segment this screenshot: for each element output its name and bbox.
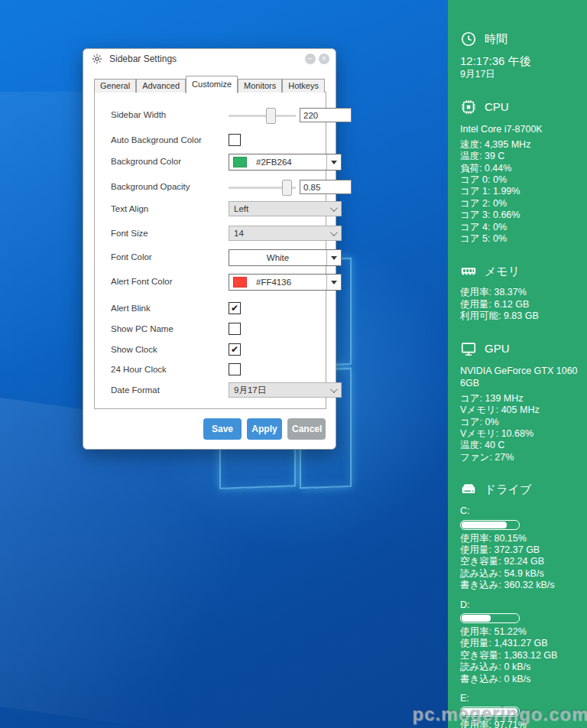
field-background-color: Background Color #2FB264 [111, 154, 409, 171]
cancel-button[interactable]: Cancel [287, 418, 326, 440]
selected-value: 9月17日 [229, 385, 266, 396]
current-time: 12:17:36 午後 [460, 55, 581, 67]
tab[interactable]: Monitors [238, 79, 282, 93]
dialog-title: Sidebar Settings [109, 54, 177, 64]
alert-font-color-select[interactable]: #FF4136 [229, 274, 342, 291]
watermark: pc.mogeringo.com [412, 704, 587, 725]
time-section-title: 時間 [485, 33, 508, 44]
selected-value: #FF4136 [251, 278, 291, 287]
stat-line: コア 4: 0% [460, 222, 581, 233]
field-show-pc-name: Show PC Name [111, 321, 409, 338]
sidebar-width-input[interactable] [300, 108, 352, 122]
show-pc-name-checkbox[interactable] [229, 323, 241, 335]
field-alert-font-color: Alert Font Color #FF4136 [111, 274, 409, 291]
stat-line: 温度: 40 C [460, 440, 581, 451]
field-text-align: Text Align Left [111, 201, 409, 218]
stat-line: 使用率: 51.22% [460, 626, 581, 638]
stat-line: 負荷: 0.44% [460, 163, 581, 174]
drives-section-title: ドライブ [485, 483, 531, 495]
slider-thumb[interactable] [266, 108, 276, 124]
24-hour-clock-checkbox[interactable] [229, 363, 241, 375]
save-button[interactable]: Save [203, 418, 242, 440]
show-clock-checkbox[interactable]: ✔ [229, 343, 241, 356]
selected-value: 14 [229, 229, 244, 238]
stat-line: 書き込み: 360.32 kB/s [460, 580, 581, 591]
field-label: Background Opacity [111, 182, 190, 191]
drive-item: C: 使用率: 80.15%使用量: 372.37 GB空き容量: 92.24 … [460, 505, 581, 591]
close-button[interactable]: × [319, 54, 329, 64]
chevron-down-icon[interactable] [326, 154, 341, 170]
alert-blink-checkbox[interactable]: ✔ [229, 302, 241, 314]
field-label: 24 Hour Clock [111, 365, 167, 374]
drive-letter: C: [460, 505, 581, 517]
font-color-select[interactable]: White [229, 249, 342, 266]
field-label: Text Align [111, 204, 148, 213]
current-date: 9月17日 [460, 69, 581, 80]
text-align-select[interactable]: Left [229, 201, 342, 216]
field-auto-background-color: Auto Background Color [111, 132, 409, 149]
stat-line: 読み込み: 54.9 kB/s [460, 568, 581, 580]
tab-bar: GeneralAdvancedCustomizeMonitorsHotkeys [94, 78, 325, 93]
gear-icon [91, 53, 103, 65]
apply-button[interactable]: Apply [247, 418, 282, 440]
stat-line: コア 2: 0% [460, 198, 581, 210]
selected-value: #2FB264 [251, 158, 292, 167]
color-swatch [233, 277, 247, 288]
selected-value: White [229, 253, 326, 262]
field-font-size: Font Size 14 [111, 226, 409, 242]
dialog-titlebar[interactable]: Sidebar Settings − × [83, 49, 336, 69]
font-size-select[interactable]: 14 [229, 226, 342, 241]
tab[interactable]: Customize [186, 76, 238, 93]
field-label: Alert Blink [111, 304, 151, 313]
tab[interactable]: Hotkeys [282, 79, 325, 93]
stat-line: 利用可能: 9.83 GB [460, 310, 581, 322]
stat-line: 空き容量: 1,363.12 GB [460, 650, 581, 661]
drive-usage-fill [462, 615, 491, 622]
background-opacity-slider[interactable] [229, 179, 296, 196]
stat-line: 使用量: 6.12 GB [460, 299, 581, 310]
field-label: Font Size [111, 229, 148, 238]
stat-line: 使用量: 372.37 GB [460, 544, 581, 556]
minimize-button[interactable]: − [305, 54, 316, 64]
drive-item: D: 使用率: 51.22%使用量: 1,431.27 GB空き容量: 1,36… [460, 600, 581, 685]
drive-usage-bar [460, 613, 520, 623]
sidebar-settings-dialog: Sidebar Settings − × GeneralAdvancedCust… [83, 48, 336, 450]
tab[interactable]: General [94, 79, 136, 93]
field-background-opacity: Background Opacity [111, 179, 409, 196]
field-date-format: Date Format 9月17日 [111, 382, 409, 399]
stat-line: 温度: 39 C [460, 151, 581, 162]
field-alert-blink: Alert Blink ✔ [111, 301, 409, 317]
system-monitor-sidebar: 時間 12:17:36 午後 9月17日 CPU Intel Core i7-8… [448, 0, 587, 728]
sidebar-width-slider[interactable] [229, 107, 296, 124]
drive-usage-fill [462, 522, 507, 528]
time-section: 時間 12:17:36 午後 9月17日 [460, 31, 581, 81]
gpu-section: GPU NVIDIA GeForce GTX 1060 6GB コア: 139 … [460, 340, 581, 463]
stat-line: 使用量: 1,431.27 GB [460, 638, 581, 649]
field-label: Date Format [111, 385, 160, 395]
field-24-hour-clock: 24 Hour Clock [111, 362, 409, 379]
date-format-select[interactable]: 9月17日 [229, 382, 342, 398]
chevron-down-icon[interactable] [326, 250, 341, 265]
stat-line: 読み込み: 0 kB/s [460, 661, 581, 673]
gpu-name: NVIDIA GeForce GTX 1060 6GB [460, 365, 581, 389]
stat-line: コア: 139 MHz [460, 393, 581, 405]
memory-section: メモリ 使用率: 38.37%使用量: 6.12 GB利用可能: 9.83 GB [460, 262, 581, 322]
chevron-down-icon [330, 204, 338, 212]
cpu-section-title: CPU [485, 101, 509, 112]
field-show-clock: Show Clock ✔ [111, 342, 409, 359]
field-label: Background Color [111, 157, 181, 166]
field-font-color: Font Color White [111, 249, 409, 266]
background-color-select[interactable]: #2FB264 [229, 154, 342, 171]
dialog-button-row: Save Apply Cancel [83, 418, 336, 440]
background-opacity-input[interactable] [300, 180, 352, 194]
stat-line: コア 3: 0.66% [460, 210, 581, 221]
chevron-down-icon[interactable] [326, 275, 341, 290]
memory-section-title: メモリ [485, 265, 520, 277]
drive-usage-bar [460, 520, 520, 530]
tab[interactable]: Advanced [136, 79, 186, 93]
field-label: Font Color [111, 252, 152, 262]
stat-line: コア 1: 1.99% [460, 186, 581, 197]
cpu-section: CPU Intel Core i7-8700K 速度: 4,395 MHz温度:… [460, 99, 581, 245]
slider-thumb[interactable] [282, 180, 292, 196]
auto-background-color-checkbox[interactable] [229, 134, 241, 146]
